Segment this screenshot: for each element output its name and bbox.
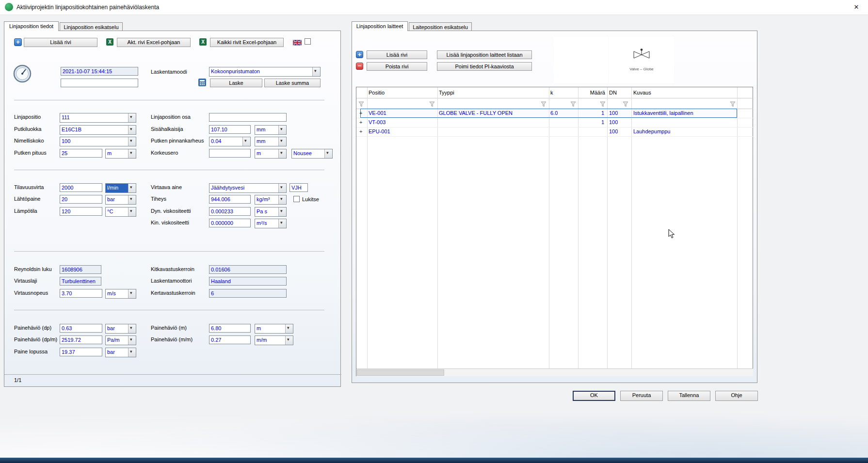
putken-pituus-unit-combo[interactable]: m — [105, 149, 136, 159]
row-expand-toggle[interactable]: + — [359, 128, 362, 134]
horizontal-scrollbar[interactable] — [356, 369, 753, 376]
nimelliskoko-combo[interactable]: 100 — [60, 137, 136, 146]
tab-laiteposition-esikatselu[interactable]: Laiteposition esikatselu — [409, 22, 472, 31]
col-header-dn[interactable]: DN — [609, 90, 617, 96]
tilavuusvirta-unit-combo[interactable]: l/min — [105, 183, 136, 193]
chevron-down-icon — [128, 324, 136, 333]
calculate-button[interactable]: Laske — [210, 79, 262, 87]
virtauslaji-value: Turbulenttinen — [60, 277, 101, 286]
add-row-icon-button[interactable]: + — [14, 38, 22, 46]
device-remove-row-button[interactable]: Poista rivi — [367, 62, 427, 71]
filter-icon[interactable] — [730, 100, 736, 109]
divider — [14, 100, 324, 100]
painehavio-mm-unit-combo[interactable]: m/m — [255, 335, 293, 345]
column-divider — [367, 87, 368, 368]
paine-lopussa-input[interactable] — [60, 348, 102, 356]
filter-icon[interactable] — [429, 100, 435, 109]
tab-linjaposition-tiedot[interactable]: Linjaposition tiedot — [4, 21, 59, 31]
tiheys-unit-combo[interactable]: kg/m³ — [255, 195, 287, 205]
filter-icon[interactable] — [570, 100, 576, 109]
row-expand-toggle[interactable]: + — [359, 110, 362, 116]
putkiluokka-combo[interactable]: E16C1B — [60, 125, 136, 135]
help-button[interactable]: Ohje — [715, 391, 758, 401]
kin-viskositeetti-input[interactable] — [209, 219, 251, 227]
korkeusero-input[interactable] — [209, 149, 251, 158]
fluid-code-field: VJH — [289, 183, 308, 192]
active-row-excel-button[interactable]: Akt. rivi Excel-pohjaan — [117, 38, 191, 47]
title-bar: Aktiiviprojektin linjapositiokohtainen p… — [0, 0, 868, 15]
pinnankarheus-combo[interactable]: 0.04 — [209, 137, 251, 146]
painehavio-m-input[interactable] — [209, 324, 251, 333]
col-header-kuvaus[interactable]: Kuvaus — [633, 90, 651, 96]
excel-icon[interactable]: X — [106, 38, 113, 46]
lampotila-unit-combo[interactable]: °C — [105, 207, 136, 217]
all-rows-excel-button[interactable]: Kaikki rivit Excel-pohjaan — [210, 38, 284, 47]
column-divider — [631, 87, 632, 368]
add-device-row-icon-button[interactable]: + — [356, 51, 363, 58]
sisahalkaisija-input[interactable] — [209, 125, 251, 134]
col-header-tyyppi[interactable]: Tyyppi — [439, 90, 454, 96]
lampotila-input[interactable] — [60, 207, 102, 216]
tab-linjaposition-laitteet[interactable]: Linjaposition laitteet — [352, 21, 408, 31]
excel-icon[interactable]: X — [199, 38, 207, 46]
remove-device-row-icon-button[interactable]: − — [356, 63, 363, 70]
painehavio-mm-input[interactable] — [209, 335, 251, 344]
korkeusero-direction-combo[interactable]: Nousee — [291, 149, 333, 159]
tilavuusvirta-input[interactable] — [60, 183, 102, 192]
kin-viskositeetti-unit-combo[interactable]: m²/s — [255, 219, 287, 228]
col-header-positio[interactable]: Positio — [369, 90, 385, 96]
close-button[interactable]: ✕ — [846, 0, 867, 15]
virtausnopeus-unit-combo[interactable]: m/s — [105, 289, 136, 299]
laskentamoodi-combo[interactable]: Kokoonpuristumaton — [209, 67, 321, 77]
virtausnopeus-input[interactable] — [60, 289, 102, 298]
painehavio-dpm-input[interactable] — [60, 335, 102, 344]
tab-linjaposition-esikatselu[interactable]: Linjaposition esikatselu — [60, 22, 123, 31]
uk-flag-icon[interactable] — [293, 39, 302, 48]
cell-positio: VT-003 — [369, 119, 386, 125]
virtaava-aine-combo[interactable]: Jäähdytysvesi — [209, 183, 287, 193]
note-input[interactable] — [61, 79, 138, 87]
calculator-icon[interactable] — [198, 79, 206, 88]
device-add-row-button[interactable]: Lisää rivi — [367, 50, 427, 59]
lukitse-checkbox[interactable] — [293, 196, 300, 202]
pinnankarheus-unit-combo[interactable]: mm — [255, 137, 287, 146]
calculate-sum-button[interactable]: Laske summa — [264, 79, 321, 87]
painehavio-dpm-unit-combo[interactable]: Pa/m — [105, 335, 136, 345]
row-expand-toggle[interactable]: + — [359, 119, 362, 125]
col-header-k[interactable]: k — [550, 90, 553, 96]
mouse-cursor — [668, 229, 675, 241]
pressure-gauge-icon — [13, 64, 32, 85]
add-row-button[interactable]: Lisää rivi — [24, 38, 97, 47]
cancel-button[interactable]: Peruuta — [620, 391, 663, 401]
ok-button[interactable]: OK — [573, 391, 615, 401]
filter-icon[interactable] — [600, 100, 606, 109]
lahtopaine-input[interactable] — [60, 195, 102, 204]
filter-icon[interactable] — [358, 100, 364, 109]
add-line-devices-button[interactable]: Lisää linjaposition laitteet listaan — [437, 50, 532, 59]
sisahalkaisija-unit-combo[interactable]: mm — [255, 125, 287, 135]
filter-icon[interactable] — [541, 100, 547, 109]
reynolds-label: Reynoldsin luku — [14, 266, 52, 272]
putken-pituus-input[interactable] — [60, 149, 102, 158]
dyn-viskositeetti-input[interactable] — [209, 207, 251, 216]
painehavio-dp-unit-combo[interactable]: bar — [105, 324, 136, 334]
painehavio-dp-input[interactable] — [60, 324, 102, 333]
filter-icon[interactable] — [623, 100, 628, 109]
dyn-viskositeetti-unit-combo[interactable]: Pa s — [255, 207, 287, 217]
line-position-devices-panel: + Lisää rivi Lisää linjaposition laittee… — [352, 31, 757, 383]
painehavio-m-unit-combo[interactable]: m — [255, 324, 293, 334]
linjaposition-osa-input[interactable] — [209, 113, 287, 122]
language-checkbox[interactable] — [305, 38, 311, 45]
pick-from-pid-button[interactable]: Poimi tiedot PI-kaaviosta — [437, 62, 532, 71]
paine-lopussa-unit-combo[interactable]: bar — [105, 348, 136, 357]
col-header-maara[interactable]: Määrä — [580, 90, 605, 96]
tiheys-input[interactable] — [209, 195, 251, 204]
cell-maara: 1 — [580, 119, 604, 125]
scrollbar-thumb[interactable] — [357, 369, 444, 376]
korkeusero-unit-combo[interactable]: m — [255, 149, 287, 159]
linjapositio-combo[interactable]: 111 — [60, 113, 136, 123]
save-button[interactable]: Tallenna — [668, 391, 710, 401]
painehavio-m-label: Painehäviö (m) — [151, 325, 187, 331]
lahtopaine-unit-combo[interactable]: bar — [105, 195, 136, 205]
lampotila-label: Lämpötila — [14, 208, 37, 214]
